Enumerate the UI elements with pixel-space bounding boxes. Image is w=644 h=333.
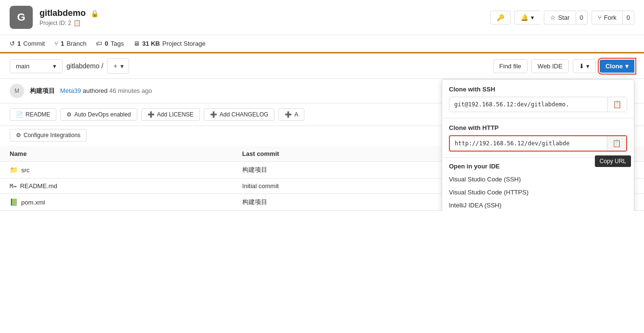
find-file-button[interactable]: Find file [493, 59, 528, 73]
stat-commits[interactable]: ↺ 1 Commit [10, 40, 45, 47]
breadcrumb-sep: / [102, 62, 104, 70]
file-pom[interactable]: 📗 pom.xml [10, 198, 223, 206]
clone-ide-intellij-ssh[interactable]: IntelliJ IDEA (SSH) [449, 199, 627, 211]
clone-http-title: Clone with HTTP [449, 124, 627, 131]
commits-count: 1 [17, 40, 21, 47]
repo-name: gitlabdemo [39, 8, 86, 18]
configure-label: Configure Integrations [24, 132, 80, 139]
commit-info: 构建项目 Meta39 authored 46 minutes ago [30, 87, 152, 95]
clone-ide-vscode-https[interactable]: Visual Studio Code (HTTPS) [449, 186, 627, 199]
branches-count: 1 [61, 40, 64, 47]
add-license-button[interactable]: ➕ Add LICENSE [141, 108, 200, 121]
add-more-button[interactable]: ➕ A [278, 108, 304, 121]
star-count[interactable]: 0 [576, 11, 588, 25]
pom-commit-msg: 构建项目 [233, 194, 428, 211]
star-label: Star [558, 14, 570, 21]
tags-label: Tags [111, 40, 124, 47]
plus-icon: ＋ [112, 62, 118, 70]
clone-http-copy-button[interactable]: 📋 [607, 136, 626, 151]
add-changelog-icon: ➕ [210, 111, 217, 118]
star-button[interactable]: ☆ Star [544, 11, 576, 25]
storage-icon: 🖥 [133, 40, 140, 47]
clone-http-input[interactable] [450, 137, 607, 150]
web-ide-button[interactable]: Web IDE [531, 59, 569, 73]
fork-label: Fork [604, 14, 617, 21]
col-name: Name [0, 146, 233, 162]
breadcrumb-repo[interactable]: gitlabdemo [66, 62, 100, 70]
notification-button[interactable]: 🔔 ▾ [514, 11, 540, 25]
configure-integrations-button[interactable]: ⚙ Configure Integrations [10, 129, 87, 141]
fork-icon: ⑂ [598, 14, 602, 21]
download-chevron-icon: ▾ [586, 63, 590, 70]
tags-count: 0 [105, 40, 108, 47]
commit-authored: authored [83, 87, 109, 94]
readme-button[interactable]: 📄 README [10, 108, 56, 121]
file-readme[interactable]: M↔ README.md [10, 182, 223, 190]
notification-icon: 🔔 [521, 14, 528, 21]
devops-label: Auto DevOps enabled [74, 111, 131, 118]
branches-icon: ⑂ [54, 40, 58, 47]
clone-ssh-title: Clone with SSH [449, 86, 627, 93]
commits-icon: ↺ [10, 40, 15, 47]
commit-author[interactable]: Meta39 [60, 87, 81, 94]
add-license-icon: ➕ [147, 111, 155, 118]
readme-commit-msg: Initial commit [233, 179, 428, 194]
clone-http-url-row: 📋 Copy URL [449, 135, 627, 152]
folder-icon: 📁 [10, 166, 18, 174]
repo-info: gitlabdemo 🔒 Project ID: 2 📋 [39, 8, 99, 26]
add-license-label: Add LICENSE [157, 111, 194, 118]
fork-button[interactable]: ⑂ Fork [591, 11, 622, 25]
copy-project-id-icon[interactable]: 📋 [73, 19, 81, 26]
clone-ide-vscode-ssh[interactable]: Visual Studio Code (SSH) [449, 173, 627, 186]
notification-group: 🔔 ▾ [514, 11, 540, 25]
repo-header-left: G gitlabdemo 🔒 Project ID: 2 📋 [10, 6, 99, 29]
avatar: G [10, 6, 33, 29]
file-name-readme: README.md [20, 182, 57, 190]
repo-header: G gitlabdemo 🔒 Project ID: 2 📋 🔑 🔔 ▾ ☆ [0, 0, 644, 35]
tags-icon: 🏷 [96, 40, 102, 47]
toolbar: main ▾ gitlabdemo / ＋ ▾ Find file Web ID… [0, 53, 644, 79]
branch-name: main [16, 63, 29, 70]
add-changelog-label: Add CHANGELOG [220, 111, 268, 118]
add-more-icon: ➕ [285, 111, 292, 118]
add-file-button[interactable]: ＋ ▾ [107, 58, 129, 74]
commit-time: 46 minutes ago [109, 87, 152, 94]
stat-branches[interactable]: ⑂ 1 Branch [54, 40, 86, 47]
readme-file-icon: M↔ [10, 183, 16, 190]
notification-chevron: ▾ [531, 14, 534, 21]
star-group: ☆ Star 0 [544, 11, 588, 25]
branch-select[interactable]: main ▾ [10, 59, 63, 73]
clone-button[interactable]: Clone ▾ [600, 60, 634, 73]
branches-label: Branch [66, 40, 86, 47]
download-button[interactable]: ⬇ ▾ [573, 59, 596, 73]
stat-tags[interactable]: 🏷 0 Tags [96, 40, 124, 47]
repo-header-right: 🔑 🔔 ▾ ☆ Star 0 ⑂ Fork 0 [490, 11, 634, 25]
clone-group: Clone ▾ [600, 60, 634, 73]
file-name-src: src [21, 166, 29, 174]
auto-devops-button[interactable]: ⚙ Auto DevOps enabled [60, 108, 137, 121]
fork-group: ⑂ Fork 0 [591, 11, 634, 25]
toolbar-left: main ▾ gitlabdemo / ＋ ▾ [10, 58, 129, 74]
stats-bar: ↺ 1 Commit ⑂ 1 Branch 🏷 0 Tags 🖥 31 KB P… [0, 35, 644, 53]
lock-icon: 🔒 [91, 10, 99, 17]
storage-label: Project Storage [162, 40, 206, 47]
file-src[interactable]: 📁 src [10, 166, 223, 174]
clone-chevron-icon: ▾ [625, 63, 629, 70]
clone-http-section: Clone with HTTP 📋 Copy URL [442, 118, 634, 157]
commit-message[interactable]: 构建项目 [30, 87, 55, 94]
path-breadcrumb: gitlabdemo / [66, 62, 103, 70]
key-icon: 🔑 [497, 14, 504, 21]
configure-icon: ⚙ [16, 132, 21, 139]
clone-label: Clone [605, 63, 623, 70]
fork-count[interactable]: 0 [622, 11, 634, 25]
clone-ssh-input[interactable] [449, 98, 607, 111]
add-more-label: A [294, 111, 298, 118]
star-icon: ☆ [550, 14, 556, 21]
xml-file-icon: 📗 [10, 198, 18, 206]
commit-avatar: M [10, 84, 24, 98]
add-changelog-button[interactable]: ➕ Add CHANGELOG [204, 108, 275, 121]
clone-ssh-copy-button[interactable]: 📋 [607, 97, 627, 112]
key-button[interactable]: 🔑 [490, 11, 511, 25]
clone-dropdown: Clone with SSH 📋 Clone with HTTP 📋 Copy … [442, 79, 634, 211]
project-id-label: Project ID: 2 [39, 20, 71, 26]
